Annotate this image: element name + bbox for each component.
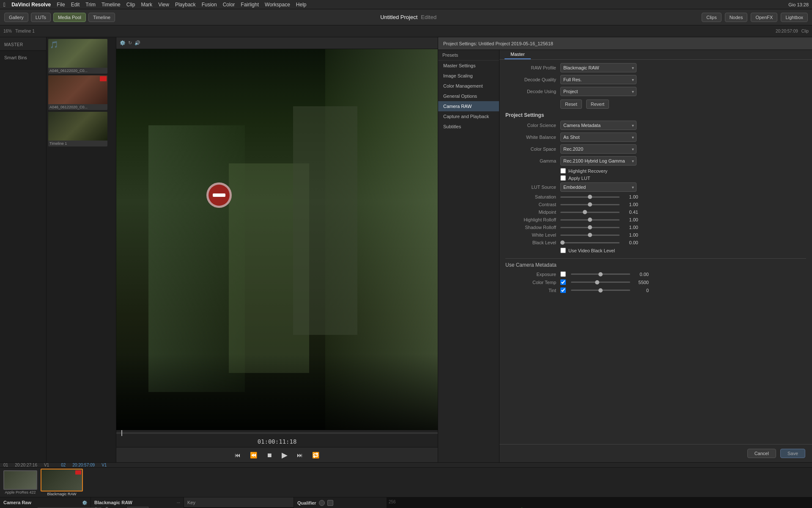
menu-help[interactable]: Help xyxy=(296,2,307,8)
presets-label: Presets xyxy=(438,50,499,61)
qualifier-picker[interactable] xyxy=(327,500,333,506)
lightbox-button[interactable]: Lightbox xyxy=(781,13,808,22)
tab-master[interactable]: Master xyxy=(505,50,531,59)
clip-strip-label-2: Blackmagic RAW xyxy=(47,492,76,496)
apply-lut-checkbox[interactable] xyxy=(560,175,566,181)
highlight-rolloff-label: Highlight Rolloff xyxy=(505,217,560,222)
decode-quality-select[interactable]: Full Res. xyxy=(560,75,636,84)
view-mode[interactable]: Clip xyxy=(801,29,809,33)
shadow-rolloff-slider[interactable] xyxy=(560,227,620,228)
clip-strip-label-1: Apple ProRes 422 xyxy=(5,490,36,494)
raw-profile-label: RAW Profile xyxy=(505,65,560,70)
tint-enable[interactable] xyxy=(560,287,566,293)
midpoint-row: Midpoint 0.41 xyxy=(505,210,806,215)
clip-thumb-2[interactable]: A046_06122020_C0... xyxy=(48,75,107,110)
skip-to-start[interactable]: ⏮ xyxy=(233,451,242,459)
color-science-row: Color Science Camera Metadata xyxy=(505,121,806,130)
nav-capture-playback[interactable]: Capture and Playback xyxy=(438,111,499,121)
clip-thumb-3[interactable]: Timeline 1 xyxy=(48,112,107,146)
qualifier-eyedropper[interactable] xyxy=(319,500,325,506)
skip-to-end[interactable]: ⏭ xyxy=(295,451,304,459)
decode-using-select[interactable]: Project xyxy=(560,87,636,96)
viewer-audio[interactable]: 🔊 xyxy=(134,40,140,46)
clip-label-1: A046_06122020_C0... xyxy=(48,68,107,74)
play[interactable]: ▶ xyxy=(280,450,289,461)
tab-media-pool[interactable]: Media Pool xyxy=(53,13,86,22)
color-temp-slider[interactable] xyxy=(571,282,630,283)
menu-trim[interactable]: Trim xyxy=(85,2,96,8)
use-video-black-checkbox[interactable] xyxy=(560,248,566,253)
nav-camera-raw[interactable]: Camera RAW xyxy=(438,101,499,111)
viewer: ⚙️ ↻ 🔊 xyxy=(116,37,438,462)
viewer-icon[interactable]: ⚙️ xyxy=(120,40,126,46)
apple-menu[interactable]:  xyxy=(3,1,5,8)
revert-button[interactable]: Revert xyxy=(586,99,609,109)
menu-file[interactable]: File xyxy=(57,2,65,8)
exposure-control: 0.00 xyxy=(560,271,806,277)
tab-gallery[interactable]: Gallery xyxy=(4,13,28,22)
use-video-black-row: Use Video Black Level xyxy=(560,248,806,253)
reset-button[interactable]: Reset xyxy=(560,99,582,109)
clips-button[interactable]: Clips xyxy=(702,13,721,22)
nav-color-management[interactable]: Color Management xyxy=(438,81,499,91)
color-temp-control: 5500 xyxy=(560,279,806,285)
camera-raw-header: Camera Raw ⚙️ xyxy=(3,500,87,505)
gamma-select[interactable]: Rec.2100 Hybrid Log Gamma xyxy=(560,156,636,166)
menu-clip[interactable]: Clip xyxy=(126,2,135,8)
nodes-button[interactable]: Nodes xyxy=(725,13,748,22)
braw-more[interactable]: ··· xyxy=(177,500,180,505)
menu-mark[interactable]: Mark xyxy=(141,2,152,8)
tint-slider[interactable] xyxy=(571,290,630,291)
color-temp-label: Color Temp xyxy=(505,280,560,285)
clip-strip-item-1[interactable]: Apple ProRes 422 xyxy=(3,470,37,494)
lut-source-select[interactable]: Embedded xyxy=(560,182,636,192)
menu-playback[interactable]: Playback xyxy=(175,2,196,8)
black-level-slider[interactable] xyxy=(560,242,620,243)
clip-strip-item-2[interactable]: Blackmagic RAW xyxy=(41,469,83,496)
nav-general-options[interactable]: General Options xyxy=(438,91,499,101)
toolbar-right: Clips Nodes OpenFX Lightbox xyxy=(702,13,808,22)
highlight-rolloff-slider[interactable] xyxy=(560,219,620,221)
highlight-recovery-checkbox[interactable] xyxy=(560,168,566,174)
loop[interactable]: 🔁 xyxy=(310,451,321,459)
nav-subtitles[interactable]: Subtitles xyxy=(438,121,499,132)
tab-timeline[interactable]: Timeline xyxy=(88,13,115,22)
step-back[interactable]: ⏪ xyxy=(248,451,259,459)
menu-fusion[interactable]: Fusion xyxy=(202,2,217,8)
raw-profile-select[interactable]: Blackmagic RAW xyxy=(560,63,636,72)
color-temp-enable[interactable] xyxy=(560,279,566,285)
viewer-loop[interactable]: ↻ xyxy=(128,40,132,46)
viewer-progress-area[interactable] xyxy=(116,430,438,436)
zoom-level[interactable]: 16% xyxy=(3,29,12,33)
exposure-enable[interactable] xyxy=(560,271,566,277)
menu-view[interactable]: View xyxy=(158,2,169,8)
menu-timeline[interactable]: Timeline xyxy=(102,2,121,8)
menu-edit[interactable]: Edit xyxy=(71,2,80,8)
white-level-slider[interactable] xyxy=(560,235,620,236)
use-camera-metadata-section: Use Camera Metadata Exposure 0.00 xyxy=(505,258,806,293)
menu-fairlight[interactable]: Fairlight xyxy=(241,2,259,8)
stop[interactable]: ⏹ xyxy=(265,451,274,459)
menu-workspace[interactable]: Workspace xyxy=(265,2,290,8)
color-space-select[interactable]: Rec.2020 xyxy=(560,144,636,154)
timeline-name[interactable]: Timeline 1 xyxy=(15,29,35,33)
cancel-button[interactable]: Cancel xyxy=(747,449,776,458)
save-button[interactable]: Save xyxy=(780,449,805,458)
tab-luts[interactable]: LUTs xyxy=(31,13,51,22)
nav-master-settings[interactable]: Master Settings xyxy=(438,61,499,71)
midpoint-slider[interactable] xyxy=(560,212,620,213)
exposure-slider[interactable] xyxy=(571,273,630,275)
nav-image-scaling[interactable]: Image Scaling xyxy=(438,71,499,81)
clip-label-2: A046_06122020_C0... xyxy=(48,104,107,110)
raw-profile-row: RAW Profile Blackmagic RAW xyxy=(505,63,806,72)
openfx-button[interactable]: OpenFX xyxy=(751,13,777,22)
camera-raw-more[interactable]: ⚙️ xyxy=(82,500,87,505)
white-balance-select[interactable]: As Shot xyxy=(560,133,636,142)
color-science-select[interactable]: Camera Metadata xyxy=(560,121,636,130)
menu-color[interactable]: Color xyxy=(223,2,235,8)
saturation-slider[interactable] xyxy=(560,196,620,198)
timecode-display-top: 20:20:57:09 xyxy=(776,29,798,33)
clip-thumb-1[interactable]: 🎵 A046_06122020_C0... xyxy=(48,39,107,74)
contrast-slider[interactable] xyxy=(560,204,620,205)
lut-source-row: LUT Source Embedded xyxy=(505,182,806,192)
